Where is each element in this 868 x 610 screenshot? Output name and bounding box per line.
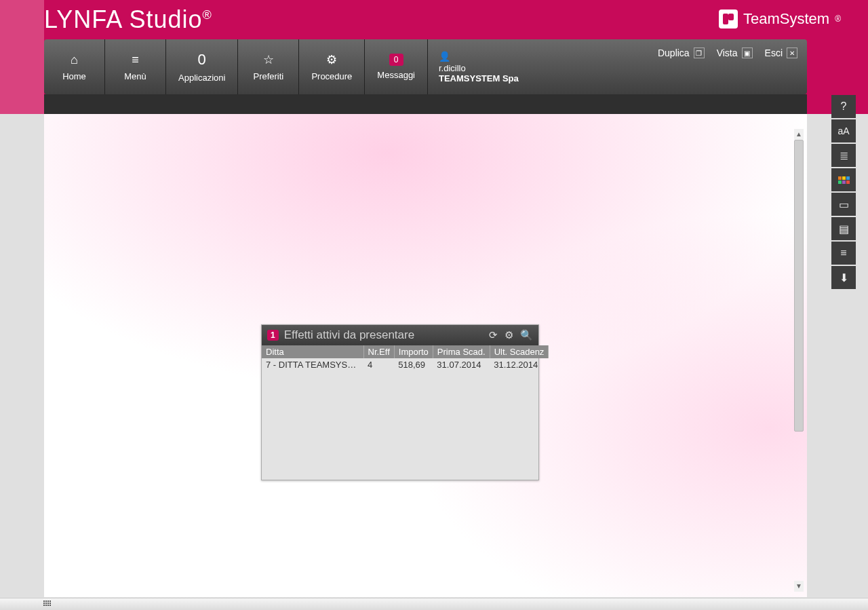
settings-icon[interactable]: ⚙ — [505, 329, 513, 341]
align-icon: ≡ — [840, 247, 846, 259]
nav-menu[interactable]: ≡ Menù — [105, 39, 166, 94]
nav-user-name: r.dicillo — [439, 63, 519, 73]
nav-home[interactable]: ⌂ Home — [44, 39, 105, 94]
main-canvas: 1 Effetti attivi da presentare ⟳ ⚙ 🔍 Dit… — [44, 114, 807, 597]
widget-title: Effetti attivi da presentare — [284, 328, 484, 342]
nav-favorites-label: Preferiti — [253, 71, 283, 81]
user-icon: 👤 — [439, 51, 519, 62]
side-color-button[interactable] — [831, 168, 856, 191]
left-gutter — [0, 0, 44, 114]
side-list-button[interactable]: ≣ — [831, 144, 856, 167]
canvas-scrollbar[interactable]: ▲ ▼ — [795, 117, 804, 594]
app-title-registered: ® — [202, 8, 212, 22]
apps-grid-icon[interactable] — [43, 601, 51, 606]
side-help-button[interactable]: ? — [831, 95, 856, 118]
cell-nreff: 4 — [363, 358, 394, 371]
star-icon: ☆ — [263, 52, 274, 67]
col-ult[interactable]: Ult. Scadenz — [490, 345, 549, 358]
nav-user[interactable]: 👤 r.dicillo TEAMSYSTEM Spa — [428, 39, 530, 94]
layout2-icon: ▤ — [839, 223, 849, 235]
widget-table: Ditta Nr.Eff Importo Prima Scad. Ult. Sc… — [262, 345, 549, 371]
brand-area: TeamSystem® — [719, 9, 841, 28]
widget-header[interactable]: 1 Effetti attivi da presentare ⟳ ⚙ 🔍 — [262, 325, 538, 345]
nav-esci-label: Esci — [765, 47, 783, 58]
nav-esci[interactable]: Esci ✕ — [765, 47, 797, 58]
widget-effetti-attivi: 1 Effetti attivi da presentare ⟳ ⚙ 🔍 Dit… — [261, 324, 539, 480]
nav-applications[interactable]: 0 Applicazioni — [166, 39, 238, 94]
nav-messages-badge: 0 — [389, 54, 403, 66]
secondary-bar — [44, 94, 807, 115]
col-prima[interactable]: Prima Scad. — [433, 345, 490, 358]
brand-registered: ® — [835, 14, 841, 24]
nav-duplica-label: Duplica — [658, 47, 690, 58]
header-content: LYNFA Studio® — [44, 0, 807, 39]
nav-applications-label: Applicazioni — [178, 73, 225, 83]
nav-favorites[interactable]: ☆ Preferiti — [238, 39, 299, 94]
scroll-up-icon[interactable]: ▲ — [794, 129, 804, 140]
side-textsize-button[interactable]: aA — [831, 119, 856, 142]
cell-importo: 518,69 — [394, 358, 433, 371]
nav-messages[interactable]: 0 Messaggi — [365, 39, 428, 94]
list-icon: ≣ — [840, 149, 848, 162]
col-importo[interactable]: Importo — [394, 345, 433, 358]
nav-procedures-label: Procedure — [311, 71, 352, 81]
home-icon: ⌂ — [71, 52, 78, 67]
side-toolbar: ? aA ≣ ▭ ▤ ≡ ⬇ — [831, 95, 856, 289]
refresh-icon[interactable]: ⟳ — [489, 329, 498, 341]
gear-icon: ⚙ — [326, 52, 337, 67]
nav-vista-label: Vista — [717, 47, 738, 58]
cell-ult: 31.12.2014 — [490, 358, 549, 371]
textsize-icon: aA — [837, 126, 849, 136]
nav-procedures[interactable]: ⚙ Procedure — [299, 39, 365, 94]
nav-vista[interactable]: Vista ▣ — [717, 47, 753, 58]
app-title: LYNFA Studio® — [44, 5, 212, 34]
color-grid-icon — [838, 176, 850, 184]
table-row[interactable]: 7 - DITTA TEAMSYST… 4 518,69 31.07.2014 … — [262, 358, 549, 371]
nav-home-label: Home — [62, 71, 86, 81]
nav-applications-count: 0 — [198, 51, 206, 69]
bottom-strip — [0, 598, 868, 610]
duplicate-icon: ❐ — [694, 47, 705, 58]
table-header-row: Ditta Nr.Eff Importo Prima Scad. Ult. Sc… — [262, 345, 549, 358]
nav-menu-label: Menù — [124, 71, 146, 81]
brand-name: TeamSystem — [743, 10, 829, 28]
widget-badge: 1 — [267, 330, 279, 341]
menu-icon: ≡ — [132, 52, 139, 67]
view-icon: ▣ — [742, 47, 753, 58]
download-icon: ⬇ — [840, 271, 848, 284]
nav-duplica[interactable]: Duplica ❐ — [658, 47, 705, 58]
side-align-button[interactable]: ≡ — [831, 242, 856, 265]
navbar: ⌂ Home ≡ Menù 0 Applicazioni ☆ Preferiti… — [44, 39, 807, 94]
close-icon: ✕ — [787, 47, 797, 58]
layout-icon: ▭ — [839, 198, 849, 211]
nav-user-company: TEAMSYSTEM Spa — [439, 73, 519, 83]
nav-right: Duplica ❐ Vista ▣ Esci ✕ — [648, 39, 807, 94]
app-title-text: LYNFA Studio — [44, 5, 202, 33]
scroll-down-icon[interactable]: ▼ — [794, 581, 804, 592]
side-layout2-button[interactable]: ▤ — [831, 217, 856, 240]
side-download-button[interactable]: ⬇ — [831, 266, 856, 289]
help-icon: ? — [841, 100, 847, 113]
search-icon[interactable]: 🔍 — [520, 329, 533, 341]
col-nreff[interactable]: Nr.Eff — [363, 345, 394, 358]
cell-ditta: 7 - DITTA TEAMSYST… — [262, 358, 363, 371]
side-layout-button[interactable]: ▭ — [831, 193, 856, 216]
col-ditta[interactable]: Ditta — [262, 345, 363, 358]
teamsystem-logo-icon — [719, 9, 738, 28]
nav-messages-label: Messaggi — [377, 70, 415, 80]
header-area: LYNFA Studio® TeamSystem® ⌂ Home ≡ Menù … — [0, 0, 868, 114]
cell-prima: 31.07.2014 — [433, 358, 490, 371]
scroll-thumb[interactable] — [794, 140, 804, 432]
